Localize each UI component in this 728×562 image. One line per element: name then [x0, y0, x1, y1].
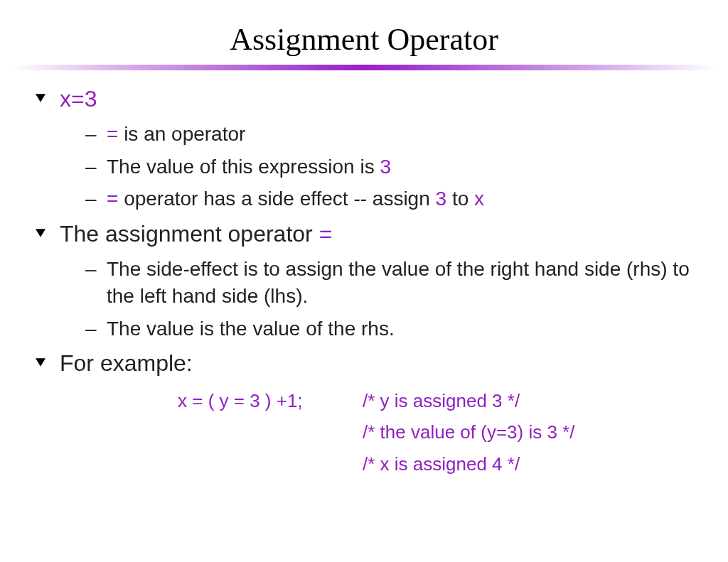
sub-bullet-1a: – = is an operator — [85, 121, 692, 148]
bullet-1-text: x=3 — [60, 83, 97, 115]
bullet-1: x=3 — [36, 83, 692, 115]
dash-icon: – — [85, 188, 98, 210]
bullet-3: For example: — [36, 347, 692, 379]
dash-icon: – — [85, 318, 98, 340]
dash-icon: – — [85, 123, 98, 146]
dash-icon: – — [85, 258, 98, 281]
sub-bullet-1b-text: The value of this expression is 3 — [107, 153, 391, 180]
slide-title: Assignment Operator — [0, 0, 728, 65]
code-comment-2: /* the value of (y=3) is 3 */ — [363, 416, 692, 448]
sub-bullet-2a: – The side-effect is to assign the value… — [85, 256, 692, 310]
sub-bullet-2b-text: The value is the value of the rhs. — [107, 315, 395, 342]
code-line-1: x = ( y = 3 ) +1; /* y is assigned 3 */ — [178, 385, 692, 416]
bullet-arrow-icon — [36, 86, 46, 104]
sub-bullet-1c-text: = operator has a side effect -- assign 3… — [107, 185, 484, 212]
bullet-2: The assignment operator = — [36, 218, 692, 250]
sub-bullet-1b: – The value of this expression is 3 — [85, 153, 692, 180]
dash-icon: – — [85, 156, 98, 178]
code-example: x = ( y = 3 ) +1; /* y is assigned 3 */ … — [178, 385, 692, 480]
sub-bullet-2a-text: The side-effect is to assign the value o… — [107, 256, 692, 310]
sub-bullet-2b: – The value is the value of the rhs. — [85, 315, 692, 342]
bullet-2-text: The assignment operator = — [60, 218, 332, 250]
bullet-3-text: For example: — [60, 347, 193, 379]
bullet-arrow-icon — [36, 350, 46, 369]
code-expression: x = ( y = 3 ) +1; — [178, 385, 363, 416]
svg-marker-2 — [36, 359, 46, 367]
bullet-arrow-icon — [36, 221, 46, 239]
code-comment-3: /* x is assigned 4 */ — [363, 448, 692, 480]
title-divider — [12, 65, 716, 70]
slide-content: x=3 – = is an operator – The value of th… — [0, 70, 728, 480]
svg-marker-0 — [36, 94, 46, 102]
sub-bullet-1c: – = operator has a side effect -- assign… — [85, 185, 692, 212]
sub-bullet-1a-text: = is an operator — [107, 121, 245, 148]
svg-marker-1 — [36, 229, 46, 237]
code-comment-1: /* y is assigned 3 */ — [363, 385, 520, 416]
